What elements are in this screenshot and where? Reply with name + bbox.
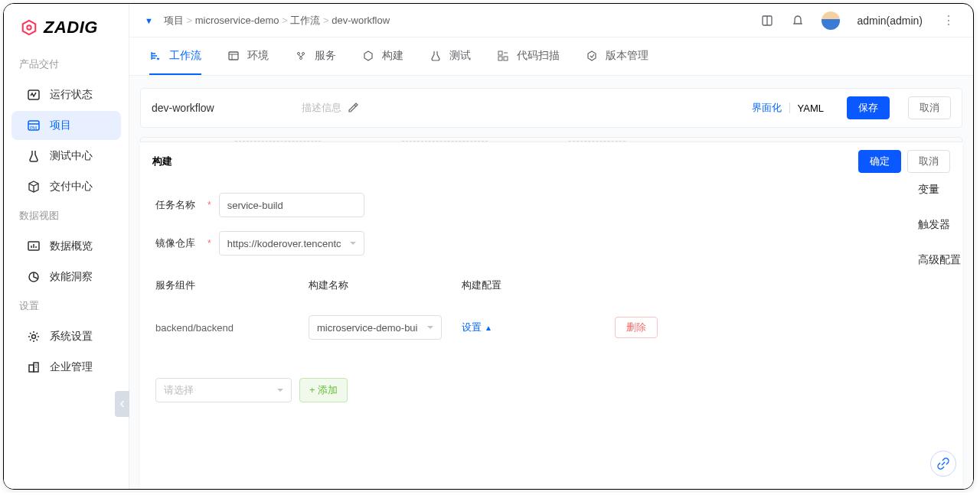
task-name-input[interactable] [219, 193, 364, 217]
sidebar-item-label: 数据概览 [50, 239, 93, 253]
view-switch: 界面化 YAML [752, 101, 824, 115]
build-table-row: backend/backend microservice-demo-bui 设置… [155, 315, 947, 340]
tab-6[interactable]: 版本管理 [586, 37, 648, 75]
breadcrumb-dropdown-icon[interactable]: ▼ [145, 16, 153, 25]
workspace: dev-workflow 描述信息 界面化 YAML 保存 取消 [129, 76, 973, 489]
svg-point-22 [300, 57, 302, 59]
gear-icon [27, 330, 41, 344]
save-button[interactable]: 保存 [847, 96, 890, 119]
svg-rect-1 [28, 90, 39, 99]
svg-rect-25 [498, 57, 502, 60]
rail-advanced[interactable]: 高级配置 [904, 253, 961, 267]
tab-1[interactable]: 环境 [227, 37, 269, 75]
view-visual[interactable]: 界面化 [752, 101, 782, 115]
logo-text: ZADIG [44, 18, 98, 37]
col-service: 服务组件 [155, 278, 309, 292]
col-build-config: 构建配置 [462, 278, 615, 292]
svg-point-21 [302, 52, 305, 54]
logo[interactable]: ZADIG [4, 15, 129, 51]
username[interactable]: admin(admin) [857, 15, 923, 27]
activity-icon [27, 88, 41, 102]
registry-label: 镜像仓库 [155, 236, 200, 250]
box-icon [27, 180, 41, 194]
building-icon [27, 360, 41, 374]
sidebar: ZADIG 产品交付运行状态PM项目测试中心交付中心数据视图数据概览效能洞察设置… [4, 4, 129, 489]
tab-icon [586, 50, 598, 62]
svg-rect-17 [229, 52, 238, 60]
caret-up-icon: ▲ [485, 324, 492, 332]
svg-text:PM: PM [30, 125, 37, 130]
sidebar-item[interactable]: 效能洞察 [11, 262, 121, 291]
tab-4[interactable]: 测试 [430, 37, 471, 75]
panel-title: 构建 [152, 155, 172, 168]
sidebar-item[interactable]: 运行状态 [11, 80, 121, 109]
tab-icon [227, 50, 240, 62]
project-icon: PM [27, 119, 41, 132]
tab-icon [149, 50, 162, 62]
project-tabs: 工作流环境服务构建测试代码扫描版本管理 [129, 37, 973, 76]
build-panel: 构建 确定 取消 任务名称 * 镜像仓库 [140, 142, 962, 489]
svg-rect-23 [498, 51, 502, 55]
link-icon [937, 458, 949, 470]
panel-confirm-button[interactable]: 确定 [858, 150, 901, 173]
avatar[interactable] [822, 11, 840, 30]
chart-icon [27, 239, 41, 253]
tab-2[interactable]: 服务 [295, 37, 336, 75]
cell-service: backend/backend [155, 322, 309, 334]
sidebar-item[interactable]: 数据概览 [11, 232, 121, 261]
sidebar-item-label: 运行状态 [50, 88, 93, 102]
breadcrumb-item[interactable]: 工作流 [290, 15, 320, 26]
rail-triggers[interactable]: 触发器 [904, 218, 950, 232]
svg-rect-24 [504, 57, 508, 60]
required-mark: * [207, 200, 211, 210]
svg-rect-11 [29, 365, 34, 372]
breadcrumb-item[interactable]: microservice-demo [195, 15, 279, 26]
help-fab[interactable] [930, 451, 956, 477]
sidebar-item[interactable]: 测试中心 [11, 142, 121, 171]
pie-icon [27, 270, 41, 284]
chevron-left-icon [119, 400, 126, 408]
col-build-name: 构建名称 [309, 278, 462, 292]
workflow-name: dev-workflow [152, 102, 289, 114]
more-icon[interactable]: ⋮ [939, 13, 958, 28]
logo-icon [21, 19, 38, 36]
breadcrumb-item[interactable]: dev-workflow [332, 15, 390, 26]
sidebar-item-label: 交付中心 [50, 180, 93, 194]
rail-vars[interactable]: 变量 [904, 183, 939, 197]
tab-icon [430, 50, 442, 62]
svg-point-20 [298, 52, 300, 54]
sidebar-item[interactable]: 交付中心 [11, 172, 121, 201]
sidebar-item-label: 效能洞察 [50, 270, 93, 284]
edit-icon[interactable] [348, 103, 358, 113]
sidebar-item[interactable]: PM项目 [11, 111, 121, 140]
sidebar-collapse[interactable] [115, 391, 130, 417]
bell-icon[interactable] [791, 14, 805, 28]
sidebar-item[interactable]: 企业管理 [11, 353, 121, 382]
breadcrumb-item[interactable]: 项目 [164, 15, 184, 26]
sidebar-section-label: 设置 [4, 293, 129, 321]
tab-0[interactable]: 工作流 [149, 37, 201, 75]
tab-icon [295, 50, 307, 62]
docs-icon[interactable] [760, 14, 774, 28]
tab-5[interactable]: 代码扫描 [497, 37, 560, 75]
flask-icon [27, 149, 41, 163]
sidebar-item[interactable]: 系统设置 [11, 322, 121, 351]
delete-button[interactable]: 删除 [615, 317, 658, 338]
add-service-select[interactable]: 请选择 [155, 378, 292, 402]
svg-point-0 [27, 25, 31, 30]
workflow-header: dev-workflow 描述信息 界面化 YAML 保存 取消 [140, 88, 962, 128]
task-name-label: 任务名称 [155, 198, 200, 212]
sidebar-section-label: 产品交付 [4, 51, 129, 79]
view-yaml[interactable]: YAML [798, 103, 824, 114]
tab-icon [362, 50, 374, 62]
build-name-select[interactable]: microservice-demo-bui [309, 315, 442, 340]
svg-point-10 [32, 335, 36, 339]
main: ▼ 项目 > microservice-demo > 工作流 > dev-wor… [129, 4, 973, 489]
registry-select[interactable]: https://koderover.tencentc [219, 231, 364, 256]
config-link[interactable]: 设置▲ [462, 321, 599, 334]
sidebar-item-label: 企业管理 [50, 360, 93, 374]
tab-3[interactable]: 构建 [362, 37, 403, 75]
breadcrumb: ▼ 项目 > microservice-demo > 工作流 > dev-wor… [145, 14, 390, 28]
topbar: ▼ 项目 > microservice-demo > 工作流 > dev-wor… [129, 4, 973, 37]
add-button[interactable]: + 添加 [299, 378, 348, 402]
